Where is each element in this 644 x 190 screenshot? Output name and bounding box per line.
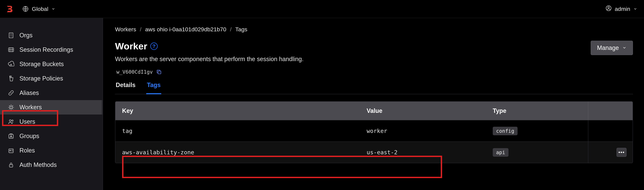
table-row: aws-availability-zone us-east-2 api ••• xyxy=(116,142,632,163)
table-header: Key Value Type xyxy=(116,102,632,120)
column-header-type: Type xyxy=(486,107,588,114)
sidebar-item-storage-buckets[interactable]: Storage Buckets xyxy=(0,57,103,71)
svg-rect-5 xyxy=(10,106,12,108)
globe-icon xyxy=(22,5,29,12)
buckets-icon xyxy=(8,61,14,67)
scope-label: Global xyxy=(32,6,48,12)
sidebar-item-label: Workers xyxy=(20,104,42,111)
tag-value: us-east-2 xyxy=(360,149,486,156)
sidebar-item-label: Groups xyxy=(20,133,39,140)
breadcrumb: Workers / aws ohio i-0aa101d029db21b70 /… xyxy=(115,26,633,33)
tag-type-cell: config xyxy=(486,127,588,135)
column-header-key: Key xyxy=(116,107,360,114)
sidebar-item-storage-policies[interactable]: Storage Policies xyxy=(0,71,103,86)
roles-icon xyxy=(8,147,14,154)
aliases-icon xyxy=(8,90,14,96)
sidebar-item-label: Aliases xyxy=(20,89,39,96)
svg-rect-8 xyxy=(9,134,14,138)
orgs-icon xyxy=(8,32,14,39)
sidebar-item-label: Storage Policies xyxy=(20,75,63,82)
tab-tags[interactable]: Tags xyxy=(146,82,161,94)
sidebar-item-label: Session Recordings xyxy=(20,46,73,53)
row-actions-button[interactable]: ••• xyxy=(616,148,626,157)
user-menu[interactable]: admin xyxy=(606,5,637,12)
tag-type-cell: api xyxy=(486,148,588,157)
groups-icon xyxy=(8,133,14,140)
user-label: admin xyxy=(615,6,630,12)
table-row: tag worker config xyxy=(116,120,632,142)
sidebar: Orgs Session Recordings Storage Buckets … xyxy=(0,18,103,190)
svg-rect-12 xyxy=(10,165,13,167)
sidebar-item-session-recordings[interactable]: Session Recordings xyxy=(0,42,103,57)
sidebar-item-label: Auth Methods xyxy=(20,161,57,169)
row-actions-cell: ••• xyxy=(588,142,632,163)
breadcrumb-separator: / xyxy=(230,26,232,33)
sidebar-item-aliases[interactable]: Aliases xyxy=(0,86,103,100)
type-pill: config xyxy=(493,127,518,135)
policies-icon xyxy=(8,75,14,82)
recordings-icon xyxy=(8,46,14,53)
page-title: Worker xyxy=(115,41,147,52)
users-icon xyxy=(8,118,14,125)
column-header-value: Value xyxy=(360,107,486,114)
tag-value: worker xyxy=(360,128,486,134)
copy-icon[interactable] xyxy=(156,69,162,75)
breadcrumb-link-worker[interactable]: aws ohio i-0aa101d029db21b70 xyxy=(145,26,226,33)
sidebar-item-label: Orgs xyxy=(20,32,32,39)
manage-button[interactable]: Manage xyxy=(591,41,633,55)
svg-point-7 xyxy=(12,120,13,121)
user-icon xyxy=(606,5,612,12)
worker-id: w_V600CdI1gv xyxy=(116,69,153,75)
main-content: Workers / aws ohio i-0aa101d029db21b70 /… xyxy=(103,18,644,190)
svg-point-11 xyxy=(10,150,11,151)
svg-point-2 xyxy=(608,7,610,8)
tag-key: tag xyxy=(116,128,360,134)
sidebar-item-workers[interactable]: Workers xyxy=(0,100,103,115)
sidebar-item-orgs[interactable]: Orgs xyxy=(0,28,103,42)
sidebar-item-users[interactable]: Users xyxy=(0,115,103,129)
scope-switcher[interactable]: Global xyxy=(22,5,55,12)
lock-icon xyxy=(8,162,14,168)
tag-key: aws-availability-zone xyxy=(116,149,360,156)
svg-rect-3 xyxy=(9,33,13,38)
tabs: Details Tags xyxy=(115,82,633,94)
ellipsis-icon: ••• xyxy=(618,150,625,155)
product-logo[interactable] xyxy=(5,5,14,13)
type-pill: api xyxy=(493,148,508,157)
row-actions-cell xyxy=(588,120,632,142)
svg-rect-13 xyxy=(158,71,161,74)
chevron-down-icon xyxy=(51,6,55,12)
sidebar-item-roles[interactable]: Roles xyxy=(0,143,103,158)
manage-label: Manage xyxy=(597,44,619,51)
sidebar-item-label: Users xyxy=(20,118,35,125)
sidebar-item-label: Storage Buckets xyxy=(20,61,64,68)
help-icon[interactable]: ? xyxy=(150,42,158,50)
svg-point-9 xyxy=(10,136,12,137)
page-description: Workers are the server components that p… xyxy=(115,56,584,63)
workers-icon xyxy=(8,104,14,111)
svg-point-6 xyxy=(10,120,11,122)
chevron-down-icon xyxy=(622,44,626,51)
topbar: Global admin xyxy=(0,0,644,18)
column-header-actions xyxy=(588,102,632,120)
sidebar-item-groups[interactable]: Groups xyxy=(0,129,103,143)
chevron-down-icon xyxy=(633,6,637,12)
sidebar-item-auth-methods[interactable]: Auth Methods xyxy=(0,158,103,172)
tab-details[interactable]: Details xyxy=(115,82,136,94)
breadcrumb-current: Tags xyxy=(235,26,247,33)
breadcrumb-separator: / xyxy=(140,26,142,33)
sidebar-item-label: Roles xyxy=(20,147,35,154)
breadcrumb-link-workers[interactable]: Workers xyxy=(115,26,136,33)
tags-table: Key Value Type tag worker config aws-ava… xyxy=(115,101,633,163)
